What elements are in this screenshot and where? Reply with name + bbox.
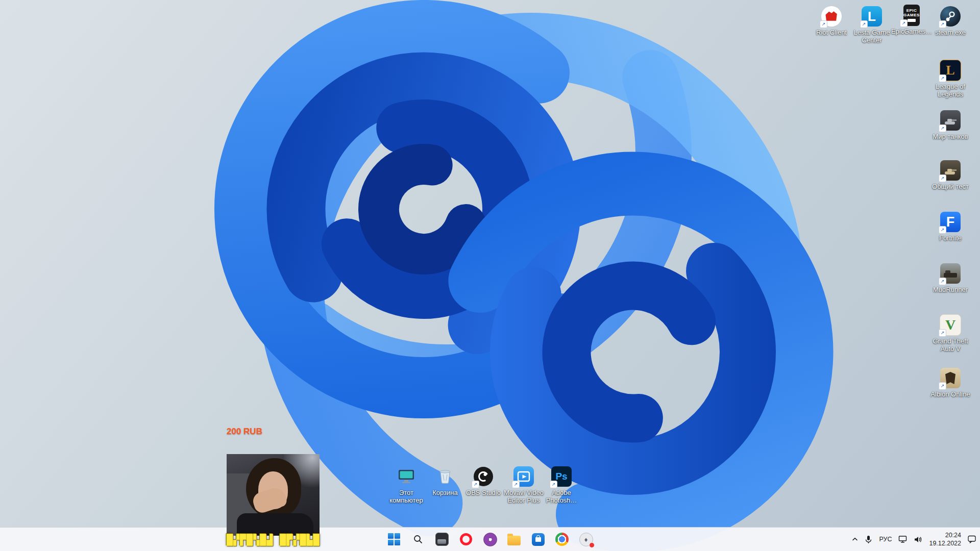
shortcut-arrow-icon: ↗ [900,19,908,27]
donation-amount-text: 200 RUB [227,427,262,437]
desktop-icon-photoshop[interactable]: Ps ↗ Adobe Photosh… [537,465,586,504]
tray-time: 20:24 [945,531,961,539]
notification-center-button[interactable] [968,535,976,543]
chevron-up-icon [852,537,858,541]
microsoft-store-icon [532,533,545,546]
desktop-icon-fortnite[interactable]: F ↗ Fortnite [926,211,975,242]
file-explorer-icon [507,536,521,545]
notification-bubble-icon [968,535,976,543]
opera-button[interactable] [456,530,476,549]
desktop-icon-label: Grand Theft Auto V [926,338,975,353]
desktop-icon-obschiy-test[interactable]: ↗ Общий тест [926,159,975,191]
search-icon [413,534,423,544]
microphone-tray-button[interactable] [865,535,872,544]
stream-glitch-text: █▞▛█▚█▟ █▛▞█▙█ [227,534,320,546]
desktop-icon-gta-v[interactable]: V ↗ Grand Theft Auto V [926,314,975,353]
language-indicator[interactable]: РУС [879,536,892,543]
notification-badge [589,542,595,548]
system-tray: РУС 20:24 19.12.2022 [852,528,976,551]
shortcut-arrow-icon: ↗ [512,481,520,488]
this-pc-icon [395,465,418,488]
music-app-icon [483,533,497,546]
network-tray-button[interactable] [898,535,907,543]
shortcut-arrow-icon: ↗ [939,174,946,182]
desktop-icon-label: Мир танков [933,133,968,141]
search-button[interactable] [408,530,428,549]
desktop-icon-label: Riot Client [816,29,847,37]
chrome-icon [555,533,569,546]
desktop-icon-label: OBS Studio [466,489,501,497]
shortcut-arrow-icon: ↗ [860,20,868,28]
store-button[interactable] [528,530,548,549]
epic-text-line2: GAMES [903,13,920,17]
streamer-torso [237,513,313,536]
webcam-overlay [227,454,320,536]
desktop-icon-label: League of Legends [926,83,975,98]
shortcut-arrow-icon: ↗ [939,382,946,390]
tray-chevron-button[interactable] [852,537,858,541]
shortcut-arrow-icon: ↗ [550,481,557,488]
notification-app-button[interactable]: ♦ [576,530,596,549]
truck-body-glyph [944,273,957,278]
recycle-bin-icon [434,465,456,488]
shortcut-arrow-icon: ↗ [939,74,946,82]
desktop-icon-label: Adobe Photosh… [537,489,586,504]
chrome-button[interactable] [552,530,572,549]
network-icon [898,535,907,543]
desktop-icon-label: MudRunner [933,286,968,294]
windows-logo-icon [388,533,400,545]
desktop-icon-mudrunner[interactable]: ↗ MudRunner [926,262,975,294]
desktop-icon-steam[interactable]: ↗ steam.exe [926,5,975,37]
shortcut-arrow-icon: ↗ [472,481,479,488]
window-app-button[interactable] [432,530,452,549]
desktop-icon-albion-online[interactable]: ↗ Albion Online [926,367,975,398]
shortcut-arrow-icon: ↗ [939,124,946,132]
bin-glyph [435,466,455,487]
albion-shield-glyph [945,372,955,384]
desktop-icon-label: Корзина [432,489,458,497]
taskbar-center-icons: ♦ [384,528,596,551]
shortcut-arrow-icon: ↗ [939,20,946,28]
desktop-icon-label: Albion Online [930,391,970,398]
volume-icon [914,536,922,543]
volume-tray-button[interactable] [914,536,922,543]
shortcut-arrow-icon: ↗ [939,226,946,234]
file-explorer-button[interactable] [504,530,524,549]
desktop-icon-label: Общий тест [932,183,969,191]
shortcut-arrow-icon: ↗ [939,278,946,285]
tray-date: 19.12.2022 [929,539,961,547]
window-app-icon [435,533,449,546]
desktop-icon-mir-tankov[interactable]: ↗ Мир танков [926,109,975,141]
desktop-icon-league-of-legends[interactable]: L ↗ League of Legends [926,59,975,98]
clock[interactable]: 20:24 19.12.2022 [929,531,961,548]
shortcut-arrow-icon: ↗ [820,20,827,28]
opera-icon [460,533,472,545]
start-button[interactable] [384,530,404,549]
epic-badge-bar [908,19,916,22]
desktop-icon-label: Fortnite [939,235,962,242]
riot-fist-glyph [825,11,838,22]
monitor-glyph [396,466,416,487]
music-app-button[interactable] [480,530,500,549]
microphone-icon [865,535,872,544]
taskbar: ♦ РУС 20 [0,527,980,551]
epic-text-line1: EPIC [906,9,917,13]
desktop-icon-label: steam.exe [935,29,966,37]
shortcut-arrow-icon: ↗ [939,329,946,337]
